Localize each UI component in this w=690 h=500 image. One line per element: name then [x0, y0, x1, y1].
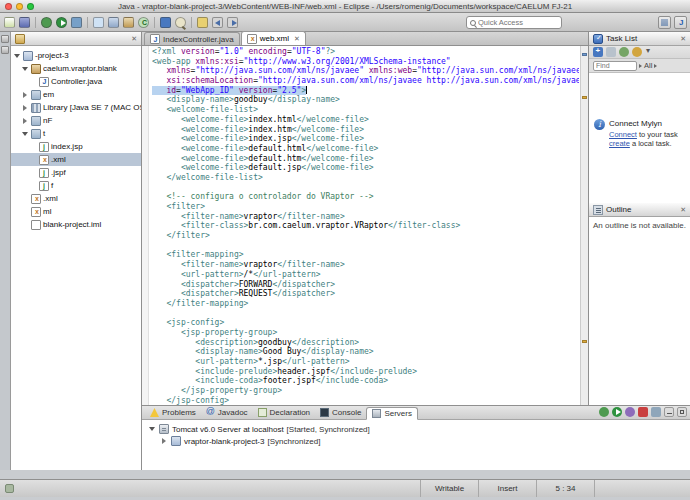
new-package-icon[interactable]: [122, 16, 135, 29]
java-application-icon[interactable]: [92, 16, 105, 29]
code-line[interactable]: </jsp-config>: [152, 396, 579, 405]
bottom-tab-console[interactable]: Console: [315, 406, 366, 419]
code-line[interactable]: <?xml version="1.0" encoding="UTF-8"?>: [152, 47, 579, 57]
task-find-input[interactable]: [593, 61, 637, 71]
code-line[interactable]: <welcome-file>index.html</welcome-file>: [152, 115, 579, 125]
code-line[interactable]: <!-- configura o controlador do VRaptor …: [152, 192, 579, 202]
minimize-window-button[interactable]: [16, 3, 23, 10]
code-line[interactable]: <display-name>Good Buy</display-name>: [152, 347, 579, 357]
code-line[interactable]: </jsp-property-group>: [152, 386, 579, 396]
tree-item[interactable]: t: [11, 127, 141, 140]
disclosure-triangle-icon[interactable]: [21, 130, 29, 138]
save-icon[interactable]: [18, 16, 31, 29]
disclosure-triangle-icon[interactable]: [13, 52, 21, 60]
code-line[interactable]: <include-prelude>header.jspf</include-pr…: [152, 367, 579, 377]
code-line[interactable]: <description>goodbuy</description>: [152, 338, 579, 348]
new-task-icon[interactable]: [159, 16, 172, 29]
bottom-tab-javadoc[interactable]: Javadoc: [201, 406, 253, 419]
overview-mark[interactable]: [582, 53, 587, 56]
bottom-tab-declaration[interactable]: Declaration: [253, 406, 315, 419]
close-view-icon[interactable]: ✕: [680, 206, 686, 214]
code-line[interactable]: <dispatcher>REQUEST</dispatcher>: [152, 289, 579, 299]
outline-header[interactable]: Outline ✕: [589, 203, 690, 217]
start-icon[interactable]: [612, 407, 622, 417]
code-line[interactable]: [152, 309, 579, 319]
editor-tab-indexcontroller[interactable]: IndexController.java: [144, 32, 240, 45]
publish-icon[interactable]: [651, 407, 661, 417]
disclosure-triangle-icon[interactable]: [21, 104, 29, 112]
code-line[interactable]: <url-pattern>/*</url-pattern>: [152, 270, 579, 280]
tree-item[interactable]: em: [11, 88, 141, 101]
editor-tab-webxml[interactable]: web.xml ✕: [241, 31, 306, 45]
chevron-right-icon[interactable]: [654, 64, 657, 68]
code-line[interactable]: </welcome-file-list>: [152, 173, 579, 183]
code-line[interactable]: <welcome-file>default.htm</welcome-file>: [152, 154, 579, 164]
package-explorer-header[interactable]: ✕: [11, 32, 141, 46]
complete-icon[interactable]: [619, 47, 629, 57]
java-perspective-icon[interactable]: [674, 16, 687, 29]
tree-item[interactable]: Controller.java: [11, 75, 141, 88]
code-line[interactable]: <filter-name>vraptor</filter-name>: [152, 260, 579, 270]
code-line[interactable]: [152, 241, 579, 251]
disclosure-triangle-icon[interactable]: [21, 91, 29, 99]
code-line[interactable]: </filter>: [152, 231, 579, 241]
code-line[interactable]: <welcome-file>index.jsp</welcome-file>: [152, 134, 579, 144]
connect-link[interactable]: Connect: [609, 130, 637, 139]
code-line[interactable]: <dispatcher>FORWARD</dispatcher>: [152, 280, 579, 290]
code-line[interactable]: <welcome-file-list>: [152, 105, 579, 115]
profile-icon[interactable]: [625, 407, 635, 417]
tree-item[interactable]: .jspf: [11, 166, 141, 179]
last-edit-icon[interactable]: [196, 16, 209, 29]
close-view-icon[interactable]: ✕: [680, 35, 686, 43]
back-icon[interactable]: [211, 16, 224, 29]
code-line[interactable]: <jsp-config>: [152, 318, 579, 328]
bottom-tab-problems[interactable]: Problems: [145, 406, 201, 419]
disclosure-triangle-icon[interactable]: [148, 425, 156, 433]
annotation-ruler[interactable]: [142, 46, 149, 405]
tree-item[interactable]: .xml: [11, 153, 141, 166]
new-task-icon[interactable]: [593, 47, 603, 57]
debug-icon[interactable]: [599, 407, 609, 417]
stop-icon[interactable]: [638, 407, 648, 417]
tree-item[interactable]: .xml: [11, 192, 141, 205]
view-shortcut-icon[interactable]: [1, 35, 9, 43]
new-wizard-icon[interactable]: [3, 16, 16, 29]
search-icon[interactable]: [174, 16, 187, 29]
view-menu-icon[interactable]: [645, 47, 655, 57]
code-line[interactable]: <welcome-file>index.htm</welcome-file>: [152, 125, 579, 135]
overview-mark[interactable]: [582, 340, 587, 343]
task-list-header[interactable]: Task List ✕: [589, 32, 690, 46]
code-line[interactable]: <welcome-file>default.jsp</welcome-file>: [152, 163, 579, 173]
disclosure-triangle-icon[interactable]: [160, 437, 168, 445]
chevron-right-icon[interactable]: [639, 64, 642, 68]
code-line[interactable]: <display-name>goodbuy</display-name>: [152, 95, 579, 105]
run-icon[interactable]: [55, 16, 68, 29]
close-tab-icon[interactable]: ✕: [294, 35, 300, 43]
tree-item[interactable]: nF: [11, 114, 141, 127]
run-external-icon[interactable]: [70, 16, 83, 29]
status-left-icon[interactable]: [5, 484, 14, 493]
code-line[interactable]: </filter-mapping>: [152, 299, 579, 309]
categorize-icon[interactable]: [606, 47, 616, 57]
debug-icon[interactable]: [40, 16, 53, 29]
code-line[interactable]: <web-app xmlns:xsi="http://www.w3.org/20…: [152, 57, 579, 67]
tree-item[interactable]: f: [11, 179, 141, 192]
zoom-window-button[interactable]: [27, 3, 34, 10]
new-java-project-icon[interactable]: [107, 16, 120, 29]
code-line[interactable]: xmlns="http://java.sun.com/xml/ns/javaee…: [152, 66, 579, 76]
code-line[interactable]: [152, 183, 579, 193]
maximize-icon[interactable]: [677, 407, 687, 417]
open-perspective-icon[interactable]: [658, 16, 671, 29]
quick-access-input[interactable]: [478, 18, 550, 27]
code-line[interactable]: xsi:schemaLocation="http://java.sun.com/…: [152, 76, 579, 86]
bottom-tab-servers[interactable]: Servers: [366, 407, 418, 420]
sync-icon[interactable]: [632, 47, 642, 57]
create-local-task-link[interactable]: create: [609, 139, 630, 148]
titlebar[interactable]: Java - vraptor-blank-project-3/WebConten…: [0, 0, 690, 13]
tree-item[interactable]: ml: [11, 205, 141, 218]
overview-ruler[interactable]: [580, 46, 588, 405]
new-class-icon[interactable]: [137, 16, 150, 29]
disclosure-triangle-icon[interactable]: [21, 117, 29, 125]
tree-item[interactable]: Library [Java SE 7 (MAC OS X Default)]: [11, 101, 141, 114]
tree-item[interactable]: -project-3: [11, 49, 141, 62]
